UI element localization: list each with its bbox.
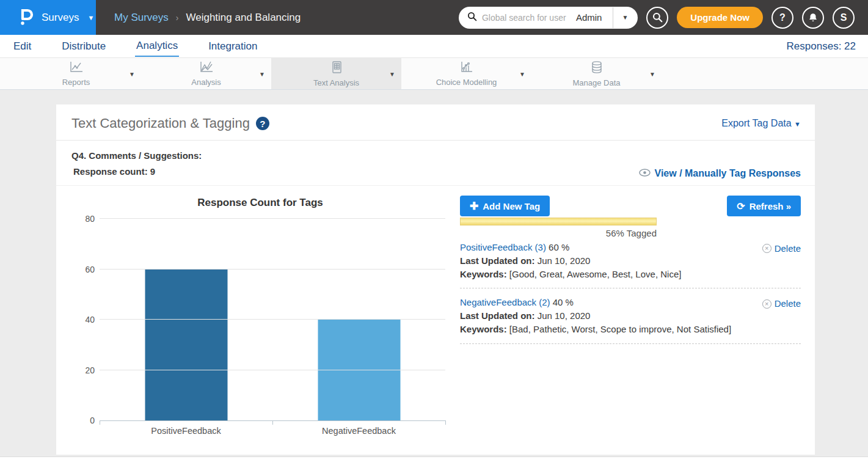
- gridline-y60: [100, 269, 445, 270]
- footer-divider: [0, 457, 868, 462]
- plus-icon: ✚: [470, 200, 478, 213]
- help-button[interactable]: ?: [771, 7, 793, 29]
- search-icon: [467, 12, 477, 24]
- chart-plot-area: 020406080: [100, 219, 445, 421]
- response-count: Response count: 9: [71, 164, 202, 180]
- refresh-icon: ⟳: [737, 200, 745, 212]
- tab-reports-caret-icon[interactable]: ▼: [129, 70, 135, 77]
- refresh-button[interactable]: ⟳ Refresh »: [727, 196, 801, 216]
- tab-text-analysis[interactable]: Text Analysis ▼: [271, 58, 401, 89]
- chart-x-axis-labels: PositiveFeedbackNegativeFeedback: [100, 426, 445, 436]
- tab-reports[interactable]: Reports ▼: [11, 58, 141, 89]
- circle-x-icon: ×: [762, 244, 771, 253]
- nav-item-integration[interactable]: Integration: [207, 37, 258, 56]
- export-caret-icon: ▼: [794, 120, 801, 128]
- text-categorization-card: Text Categorization & Tagging ? Export T…: [56, 105, 815, 455]
- add-new-tag-button[interactable]: ✚ Add New Tag: [460, 196, 550, 216]
- x-label-negativefeedback: NegativeFeedback: [272, 426, 445, 436]
- tab-analysis-caret-icon[interactable]: ▼: [259, 70, 265, 77]
- surveys-dropdown-caret-icon[interactable]: ▼: [87, 14, 94, 21]
- updated-value: Jun 10, 2020: [538, 310, 591, 321]
- header-actions: Admin ▼ Upgrade Now ? S: [459, 0, 868, 35]
- breadcrumb-separator-icon: ›: [176, 13, 179, 23]
- tab-label: Choice Modelling: [436, 78, 497, 87]
- bar-positivefeedback[interactable]: [145, 270, 227, 421]
- tags-panel: ✚ Add New Tag ⟳ Refresh » 56% Tagged Pos…: [449, 191, 801, 436]
- updated-label: Last Updated on:: [460, 310, 535, 321]
- card-header: Text Categorization & Tagging ? Export T…: [56, 105, 815, 141]
- tab-analysis[interactable]: Analysis ▼: [141, 58, 271, 89]
- breadcrumb-current-survey: Weighting and Balancing: [186, 12, 301, 24]
- chart-title: Response Count for Tags: [71, 197, 449, 209]
- database-icon: [590, 61, 604, 76]
- tab-manage-data-caret-icon[interactable]: ▼: [649, 70, 655, 77]
- top-header: Surveys ▼ My Surveys › Weighting and Bal…: [0, 0, 868, 35]
- response-count-chart: Response Count for Tags 020406080 Positi…: [71, 191, 449, 436]
- tag-entry-positivefeedback: PositiveFeedback (3) 60 % Last Updated o…: [460, 241, 801, 288]
- eye-icon: [639, 168, 651, 179]
- global-search-input[interactable]: [482, 13, 567, 23]
- page-title: Text Categorization & Tagging: [71, 116, 250, 131]
- tab-label: Manage Data: [572, 78, 620, 87]
- upgrade-now-button[interactable]: Upgrade Now: [677, 7, 763, 28]
- y-tick-label: 20: [73, 365, 95, 375]
- app-logo-surveys-menu[interactable]: Surveys ▼: [0, 0, 96, 35]
- global-search-box[interactable]: Admin ▼: [459, 7, 638, 29]
- product-name: Surveys: [42, 12, 79, 24]
- gridline-y40: [100, 319, 445, 320]
- question-label: Q4. Comments / Suggestions:: [71, 148, 202, 164]
- tagged-progress: 56% Tagged: [460, 218, 657, 238]
- tag-name-link[interactable]: PositiveFeedback (3): [460, 242, 546, 252]
- view-manually-tag-link[interactable]: View / Manually Tag Responses: [639, 168, 801, 179]
- responses-count: Responses: 22: [787, 40, 856, 53]
- keywords-value: [Bad, Pathetic, Worst, Scope to improve,…: [509, 324, 731, 334]
- nav-item-edit[interactable]: Edit: [12, 37, 32, 56]
- gridline-y80: [100, 218, 445, 219]
- x-tick-mark: [272, 420, 273, 425]
- tab-label: Reports: [62, 78, 90, 87]
- tagged-progressbar: [460, 218, 657, 226]
- tagged-percent-label: 56% Tagged: [460, 228, 657, 238]
- scatter-chart-icon: [459, 61, 474, 76]
- tab-choice-modelling[interactable]: Choice Modelling ▼: [401, 58, 531, 89]
- x-tick-mark: [445, 420, 446, 425]
- y-tick-label: 0: [73, 416, 95, 425]
- y-tick-label: 60: [73, 265, 95, 274]
- trend-chart-icon: [199, 61, 214, 76]
- search-scope-value[interactable]: Admin: [572, 12, 608, 23]
- breadcrumb-my-surveys[interactable]: My Surveys: [114, 12, 169, 24]
- search-submit-button[interactable]: [646, 7, 668, 29]
- bar-negativefeedback[interactable]: [318, 320, 400, 420]
- nav-item-distribute[interactable]: Distribute: [60, 37, 107, 56]
- notifications-bell-button[interactable]: [802, 7, 824, 29]
- analytics-tab-bar: Reports ▼ Analysis ▼ Text Analysis ▼ Cho…: [0, 58, 868, 90]
- ledger-grid-icon: [330, 61, 343, 76]
- nav-item-analytics[interactable]: Analytics: [135, 36, 179, 57]
- search-scope-divider: [613, 7, 613, 28]
- keywords-label: Keywords:: [460, 269, 507, 279]
- circle-x-icon: ×: [762, 299, 771, 309]
- y-tick-label: 80: [73, 214, 95, 224]
- delete-tag-button[interactable]: × Delete: [762, 297, 801, 310]
- gridline-y20: [100, 370, 445, 370]
- export-tag-data-dropdown[interactable]: Export Tag Data ▼: [721, 118, 801, 129]
- search-scope-caret-icon[interactable]: ▼: [618, 14, 632, 21]
- question-info-row: Q4. Comments / Suggestions: Response cou…: [56, 141, 815, 186]
- tag-name-link[interactable]: NegativeFeedback (2): [460, 297, 550, 307]
- tab-text-analysis-caret-icon[interactable]: ▼: [389, 70, 395, 77]
- keywords-value: [Good, Great, Awesome, Best, Love, Nice]: [509, 269, 682, 279]
- questionpro-logo-icon: [18, 7, 34, 28]
- tag-entry-negativefeedback: NegativeFeedback (2) 40 % Last Updated o…: [460, 296, 801, 343]
- updated-label: Last Updated on:: [460, 255, 535, 266]
- tab-label: Text Analysis: [313, 78, 359, 87]
- tab-manage-data[interactable]: Manage Data ▼: [531, 58, 662, 89]
- survey-section-nav: Edit Distribute Analytics Integration Re…: [0, 35, 868, 58]
- y-tick-label: 40: [73, 315, 95, 324]
- user-avatar[interactable]: S: [833, 7, 855, 29]
- tab-choice-modelling-caret-icon[interactable]: ▼: [519, 70, 525, 77]
- title-help-icon[interactable]: ?: [256, 117, 269, 130]
- delete-tag-button[interactable]: × Delete: [762, 242, 801, 255]
- x-label-positivefeedback: PositiveFeedback: [100, 426, 272, 436]
- line-chart-icon: [69, 61, 84, 76]
- x-tick-mark: [100, 420, 100, 425]
